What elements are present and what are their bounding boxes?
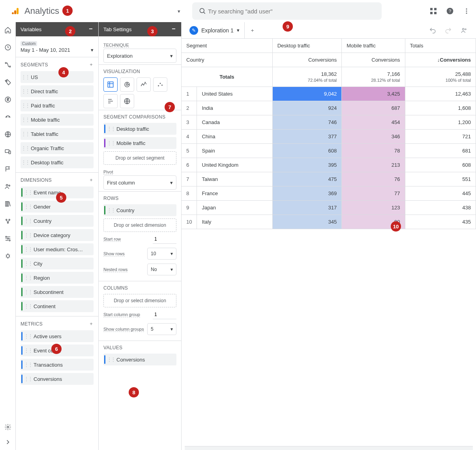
list-item[interactable]: ⋮⋮Transactions xyxy=(21,359,94,371)
list-item[interactable]: ⋮⋮Mobile traffic xyxy=(21,114,94,126)
library-icon[interactable] xyxy=(3,199,13,209)
home-icon[interactable] xyxy=(3,25,13,35)
table-row[interactable]: 9Japan317123438 xyxy=(182,201,476,215)
add-dimension-icon[interactable]: ＋ xyxy=(89,177,94,183)
show-col-select[interactable]: 5▾ xyxy=(147,323,176,335)
debug-icon[interactable] xyxy=(3,251,13,261)
table-row[interactable]: 7Taiwan47576551 xyxy=(182,172,476,186)
list-item[interactable]: ⋮⋮Continent xyxy=(21,300,94,312)
list-item[interactable]: ⋮⋮Conversions xyxy=(103,354,176,365)
tags-icon[interactable] xyxy=(3,77,13,87)
svg-point-19 xyxy=(6,117,7,117)
people-icon[interactable] xyxy=(3,182,13,191)
collapse-icon[interactable] xyxy=(3,437,13,447)
clock-icon[interactable] xyxy=(3,43,13,52)
svg-rect-8 xyxy=(434,12,437,14)
globe-icon[interactable] xyxy=(3,130,13,139)
column-desktop[interactable]: Desktop traffic xyxy=(273,39,342,53)
sort-conv-header[interactable]: ↓Conversions xyxy=(405,53,476,67)
start-col-input[interactable] xyxy=(153,310,176,319)
drop-segment-zone[interactable]: Drop or select segment xyxy=(103,151,176,165)
technique-select[interactable]: Exploration▾ xyxy=(103,49,176,63)
search-bar[interactable] xyxy=(192,2,382,20)
flag-icon[interactable] xyxy=(3,164,13,174)
list-item[interactable]: ⋮⋮User medium: Cros… xyxy=(21,243,94,255)
list-item[interactable]: ⋮⋮US xyxy=(21,71,94,83)
hub-icon[interactable] xyxy=(3,217,13,226)
configure-icon[interactable] xyxy=(3,234,13,243)
viz-bar-icon[interactable] xyxy=(103,94,118,108)
redo-icon[interactable] xyxy=(444,26,453,35)
list-item[interactable]: ⋮⋮Direct traffic xyxy=(21,85,94,97)
technique-value: Exploration xyxy=(107,53,133,59)
list-item[interactable]: ⋮⋮Event count xyxy=(21,345,94,356)
list-item[interactable]: ⋮⋮Tablet traffic xyxy=(21,128,94,140)
undo-icon[interactable] xyxy=(428,26,437,35)
list-item[interactable]: ⋮⋮Organic Traffic xyxy=(21,142,94,154)
add-segment-icon[interactable]: ＋ xyxy=(89,61,94,68)
pivot-select[interactable]: First column▾ xyxy=(103,175,176,190)
table-row[interactable]: 2India9246871,608 xyxy=(182,101,476,115)
list-item[interactable]: ⋮⋮Event name xyxy=(21,186,94,198)
country-header[interactable]: Country xyxy=(182,53,273,67)
collapse-panel-icon[interactable] xyxy=(88,26,94,33)
add-tab-button[interactable]: ＋ xyxy=(245,27,260,34)
viz-table-icon[interactable] xyxy=(103,77,118,92)
viz-donut-icon[interactable] xyxy=(120,77,134,92)
search-input[interactable] xyxy=(207,8,376,15)
column-totals[interactable]: Totals xyxy=(405,39,476,53)
list-item[interactable]: ⋮⋮Country xyxy=(21,215,94,227)
svg-point-39 xyxy=(158,85,159,87)
viz-line-icon[interactable] xyxy=(137,77,151,92)
settings-icon[interactable] xyxy=(3,422,13,432)
start-row-input[interactable] xyxy=(153,234,176,244)
rows-title: ROWS xyxy=(103,196,119,201)
nested-rows-label: Nested rows xyxy=(103,267,127,272)
help-icon[interactable]: ? xyxy=(445,6,455,16)
list-item[interactable]: ⋮⋮Region xyxy=(21,272,94,284)
list-item[interactable]: ⋮⋮Desktop traffic xyxy=(21,156,94,168)
date-range-select[interactable]: May 1 - May 10, 2021 ▾ xyxy=(21,47,94,53)
share-icon[interactable] xyxy=(459,26,469,35)
list-item[interactable]: ⋮⋮Subcontinent xyxy=(21,286,94,298)
conv-header-1[interactable]: Conversions xyxy=(273,53,342,67)
devices-icon[interactable] xyxy=(3,147,13,156)
add-metric-icon[interactable]: ＋ xyxy=(89,320,94,327)
conv-header-2[interactable]: Conversions xyxy=(342,53,405,67)
table-row[interactable]: 6United Kingdom395213608 xyxy=(182,158,476,172)
property-dropdown-icon[interactable]: ▾ xyxy=(178,8,180,14)
list-item[interactable]: ⋮⋮Country xyxy=(103,204,176,216)
table-row[interactable]: 3Canada7464541,200 xyxy=(182,115,476,130)
list-item[interactable]: ⋮⋮Device category xyxy=(21,229,94,241)
more-icon[interactable] xyxy=(462,6,471,16)
column-mobile[interactable]: Mobile traffic xyxy=(342,39,405,53)
table-row[interactable]: 1United States9,0423,42512,463 xyxy=(182,87,476,101)
list-item[interactable]: ⋮⋮Gender xyxy=(21,201,94,213)
svg-rect-27 xyxy=(7,201,8,206)
list-item[interactable]: ⋮⋮Active users xyxy=(21,330,94,342)
horizontal-scrollbar[interactable] xyxy=(185,446,473,450)
drop-dimension-zone[interactable]: Drop or select dimension xyxy=(103,218,176,232)
show-rows-select[interactable]: 10▾ xyxy=(147,248,176,260)
segment-comparison-item[interactable]: ⋮⋮Desktop traffic xyxy=(103,123,176,135)
funnel-icon[interactable] xyxy=(3,60,13,70)
table-row[interactable]: 4China377346721 xyxy=(182,130,476,144)
chevron-down-icon[interactable]: ▾ xyxy=(237,27,240,33)
explore-icon[interactable] xyxy=(3,112,13,122)
nested-rows-select[interactable]: No▾ xyxy=(147,264,176,275)
variables-header: Variables xyxy=(16,22,98,36)
viz-scatter-icon[interactable] xyxy=(153,77,167,92)
viz-geo-icon[interactable] xyxy=(120,94,134,108)
table-row[interactable]: 5Spain60878681 xyxy=(182,144,476,158)
drop-column-zone[interactable]: Drop or select dimension xyxy=(103,294,176,307)
list-item[interactable]: ⋮⋮City xyxy=(21,258,94,269)
apps-icon[interactable] xyxy=(429,6,438,16)
table-row[interactable]: 10Italy34590435 xyxy=(182,215,476,229)
list-item[interactable]: ⋮⋮Conversions xyxy=(21,373,94,385)
segment-comparison-item[interactable]: ⋮⋮Mobile traffic xyxy=(103,137,176,149)
list-item[interactable]: ⋮⋮Paid traffic xyxy=(21,100,94,111)
monetization-icon[interactable] xyxy=(3,95,13,104)
collapse-panel-icon[interactable] xyxy=(171,26,176,33)
exploration-tab[interactable]: ✎ Exploration 1 ▾ xyxy=(185,22,245,39)
table-row[interactable]: 8France36977445 xyxy=(182,186,476,201)
